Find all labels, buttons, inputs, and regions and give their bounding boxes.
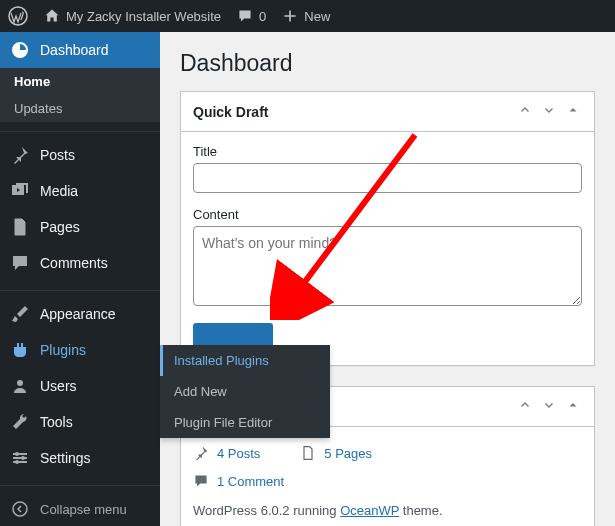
draft-title-input[interactable] <box>193 163 582 193</box>
menu-pages[interactable]: Pages <box>0 209 160 245</box>
content-label: Content <box>193 207 582 222</box>
menu-tools[interactable]: Tools <box>0 404 160 440</box>
menu-plugins-label: Plugins <box>40 342 86 358</box>
home-icon <box>44 8 60 24</box>
main-content: Dashboard Quick Draft Title Content <box>160 32 615 526</box>
new-content-link[interactable]: New <box>274 0 338 32</box>
plus-icon <box>282 8 298 24</box>
menu-separator <box>0 286 160 291</box>
menu-separator <box>0 127 160 132</box>
toggle-panel-icon[interactable] <box>564 396 582 418</box>
comments-count: 0 <box>259 9 266 24</box>
tools-icon <box>10 412 30 432</box>
settings-icon <box>10 448 30 468</box>
pages-icon <box>10 217 30 237</box>
move-down-icon[interactable] <box>540 396 558 418</box>
admin-sidebar: Dashboard Home Updates Posts Media Pages… <box>0 32 160 526</box>
comments-link[interactable]: 0 <box>229 0 274 32</box>
pages-icon <box>300 445 316 461</box>
menu-dashboard[interactable]: Dashboard <box>0 32 160 68</box>
menu-posts[interactable]: Posts <box>0 137 160 173</box>
glance-footer: WordPress 6.0.2 running OceanWP theme. <box>193 495 582 518</box>
wordpress-logo-icon <box>8 6 28 26</box>
menu-appearance[interactable]: Appearance <box>0 296 160 332</box>
menu-pages-label: Pages <box>40 219 80 235</box>
svg-point-7 <box>15 460 19 464</box>
menu-posts-label: Posts <box>40 147 75 163</box>
collapse-menu[interactable]: Collapse menu <box>0 491 160 526</box>
svg-point-8 <box>13 502 27 516</box>
submenu-dashboard: Home Updates <box>0 68 160 122</box>
menu-users-label: Users <box>40 378 77 394</box>
flyout-installed-plugins[interactable]: Installed Plugins <box>160 345 330 376</box>
quick-draft-header: Quick Draft <box>181 92 594 132</box>
new-label: New <box>304 9 330 24</box>
glance-pages-label: 5 Pages <box>324 446 372 461</box>
quick-draft-title: Quick Draft <box>193 104 268 120</box>
comment-icon <box>193 473 209 489</box>
comments-icon <box>10 253 30 273</box>
glance-posts-label: 4 Posts <box>217 446 260 461</box>
menu-comments[interactable]: Comments <box>0 245 160 281</box>
wp-logo[interactable] <box>0 0 36 32</box>
glance-pages-link[interactable]: 5 Pages <box>300 445 372 461</box>
flyout-add-new[interactable]: Add New <box>160 376 330 407</box>
move-down-icon[interactable] <box>540 101 558 123</box>
draft-content-input[interactable] <box>193 226 582 306</box>
admin-toolbar: My Zacky Installer Website 0 New <box>0 0 615 32</box>
menu-appearance-label: Appearance <box>40 306 116 322</box>
quick-draft-box: Quick Draft Title Content <box>180 91 595 366</box>
menu-media[interactable]: Media <box>0 173 160 209</box>
comment-icon <box>237 8 253 24</box>
svg-point-6 <box>21 456 25 460</box>
menu-tools-label: Tools <box>40 414 73 430</box>
pin-icon <box>193 445 209 461</box>
pin-icon <box>10 145 30 165</box>
submenu-home[interactable]: Home <box>0 68 160 95</box>
menu-media-label: Media <box>40 183 78 199</box>
wp-version-text: WordPress 6.0.2 running <box>193 503 340 518</box>
move-up-icon[interactable] <box>516 101 534 123</box>
svg-point-5 <box>15 452 19 456</box>
menu-plugins[interactable]: Plugins <box>0 332 160 368</box>
glance-comments-label: 1 Comment <box>217 474 284 489</box>
site-name: My Zacky Installer Website <box>66 9 221 24</box>
plugins-flyout: Installed Plugins Add New Plugin File Ed… <box>160 345 330 438</box>
page-title: Dashboard <box>180 32 595 91</box>
glance-posts-link[interactable]: 4 Posts <box>193 445 260 461</box>
menu-dashboard-label: Dashboard <box>40 42 109 58</box>
footer-suffix: theme. <box>399 503 442 518</box>
plugin-icon <box>10 340 30 360</box>
menu-settings[interactable]: Settings <box>0 440 160 476</box>
title-label: Title <box>193 144 582 159</box>
theme-link[interactable]: OceanWP <box>340 503 399 518</box>
submenu-updates[interactable]: Updates <box>0 95 160 122</box>
media-icon <box>10 181 30 201</box>
menu-separator <box>0 481 160 486</box>
move-up-icon[interactable] <box>516 396 534 418</box>
dashboard-icon <box>10 40 30 60</box>
collapse-icon <box>10 499 30 519</box>
collapse-label: Collapse menu <box>40 502 127 517</box>
menu-settings-label: Settings <box>40 450 91 466</box>
svg-point-1 <box>17 380 23 386</box>
users-icon <box>10 376 30 396</box>
brush-icon <box>10 304 30 324</box>
glance-comments-link[interactable]: 1 Comment <box>193 473 284 489</box>
menu-comments-label: Comments <box>40 255 108 271</box>
site-name-link[interactable]: My Zacky Installer Website <box>36 0 229 32</box>
flyout-plugin-editor[interactable]: Plugin File Editor <box>160 407 330 438</box>
toggle-panel-icon[interactable] <box>564 101 582 123</box>
menu-users[interactable]: Users <box>0 368 160 404</box>
